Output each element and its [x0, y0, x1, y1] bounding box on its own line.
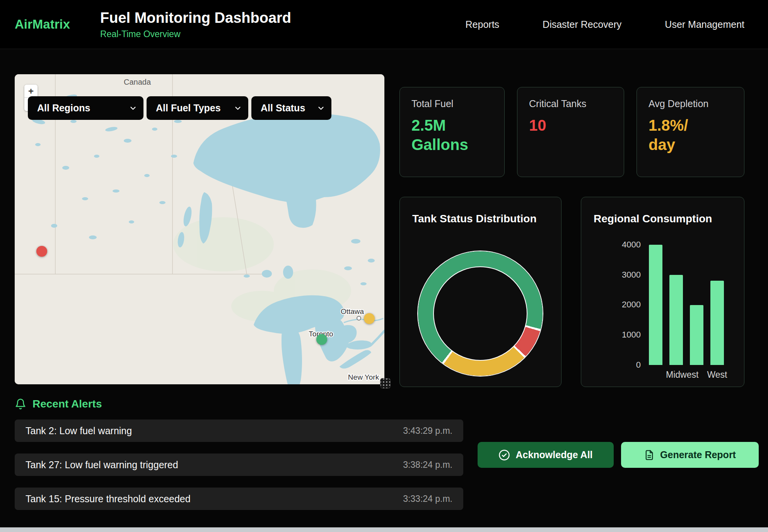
stat-label: Avg Depletion	[649, 98, 732, 109]
donut-chart[interactable]	[418, 251, 543, 376]
y-axis-tick: 2000	[591, 300, 641, 310]
alert-timestamp: 3:38:24 p.m.	[403, 460, 452, 470]
stat-label: Total Fuel	[411, 98, 493, 109]
acknowledge-all-label: Acknowledge All	[515, 449, 592, 460]
alert-timestamp: 3:33:24 p.m.	[403, 494, 452, 504]
bar[interactable]	[690, 305, 703, 365]
bar[interactable]	[669, 275, 683, 365]
map-marker-normal[interactable]	[316, 334, 327, 345]
main-nav: Reports Disaster Recovery User Managemen…	[466, 19, 744, 30]
alert-row[interactable]: Tank 2: Low fuel warning 3:43:29 p.m.	[15, 419, 463, 442]
map-resize-handle[interactable]	[380, 378, 391, 389]
region-filter-dropdown[interactable]: All Regions	[28, 96, 143, 120]
map-marker-warning[interactable]	[364, 313, 375, 324]
map-marker-critical[interactable]	[36, 246, 47, 257]
alert-timestamp: 3:43:29 p.m.	[403, 426, 452, 436]
bar[interactable]	[710, 281, 724, 365]
x-axis: Midwest West	[645, 370, 727, 380]
alert-message: Tank 27: Low fuel warning triggered	[26, 459, 178, 471]
x-axis-label: Midwest	[666, 370, 686, 380]
status-filter-dropdown[interactable]: All Status	[251, 96, 331, 120]
y-axis-tick: 3000	[591, 270, 641, 280]
region-filter-value: All Regions	[37, 102, 90, 114]
bar-plot	[645, 245, 727, 365]
donut-hole	[433, 266, 528, 361]
recent-alerts-header: Recent Alerts	[15, 398, 102, 410]
critical-tanks-card: Critical Tanks 10	[517, 87, 624, 177]
chevron-down-icon	[317, 104, 325, 113]
page-title: Fuel Monitoring Dashboard	[100, 10, 291, 26]
fuel-type-filter-dropdown[interactable]: All Fuel Types	[147, 96, 248, 120]
alert-row[interactable]: Tank 15: Pressure threshold exceeded 3:3…	[15, 488, 463, 510]
alert-message: Tank 2: Low fuel warning	[26, 425, 132, 437]
chart-title: Tank Status Distribution	[412, 213, 537, 225]
y-axis-tick: 4000	[591, 240, 641, 250]
nav-reports[interactable]: Reports	[466, 19, 500, 30]
nav-user-management[interactable]: User Management	[665, 19, 744, 30]
generate-report-label: Generate Report	[660, 449, 736, 460]
town-symbol	[357, 316, 361, 320]
total-fuel-card: Total Fuel 2.5M Gallons	[399, 87, 505, 177]
title-block: Fuel Monitoring Dashboard Real-Time Over…	[100, 10, 291, 39]
stat-label: Critical Tanks	[529, 98, 612, 109]
map-canvas: Canada Ottawa Toronto New York	[15, 74, 384, 384]
document-icon	[644, 450, 655, 460]
map-label-ottawa: Ottawa	[341, 307, 364, 315]
app-header: AirMatrix Fuel Monitoring Dashboard Real…	[0, 0, 768, 49]
map-label-canada: Canada	[124, 78, 151, 86]
recent-alerts-title: Recent Alerts	[32, 398, 102, 410]
bell-icon	[15, 398, 26, 410]
map-filter-bar: All Regions All Fuel Types All Status	[28, 96, 331, 120]
x-axis-label: West	[707, 370, 727, 380]
stat-value: 10	[529, 116, 612, 135]
acknowledge-all-button[interactable]: Acknowledge All	[478, 442, 614, 468]
map[interactable]: Canada Ottawa Toronto New York + − All R…	[15, 74, 384, 384]
y-axis-tick: 1000	[591, 330, 641, 340]
map-label-new-york: New York	[348, 373, 379, 381]
chevron-down-icon	[234, 104, 242, 113]
avg-depletion-card: Avg Depletion 1.8%/ day	[637, 87, 744, 177]
y-axis-tick: 0	[591, 360, 641, 370]
x-axis-label	[645, 370, 666, 380]
tank-status-distribution-card: Tank Status Distribution	[399, 197, 561, 387]
regional-consumption-card: Regional Consumption 4000 3000 2000 1000…	[581, 197, 744, 387]
fuel-type-filter-value: All Fuel Types	[156, 102, 221, 114]
zoom-in-button[interactable]: +	[24, 85, 38, 98]
bar[interactable]	[649, 245, 662, 365]
generate-report-button[interactable]: Generate Report	[621, 442, 759, 468]
chart-title: Regional Consumption	[594, 213, 712, 225]
alert-message: Tank 15: Pressure threshold exceeded	[26, 493, 191, 505]
horizontal-scrollbar[interactable]	[0, 527, 768, 532]
chevron-down-icon	[129, 104, 137, 113]
nav-disaster-recovery[interactable]: Disaster Recovery	[543, 19, 621, 30]
check-circle-icon	[498, 449, 510, 461]
x-axis-label	[686, 370, 707, 380]
stat-value: 2.5M Gallons	[411, 116, 493, 154]
brand-logo[interactable]: AirMatrix	[15, 17, 70, 32]
alert-row[interactable]: Tank 27: Low fuel warning triggered 3:38…	[15, 454, 463, 476]
page-subtitle: Real-Time Overview	[100, 29, 291, 39]
status-filter-value: All Status	[261, 102, 305, 114]
stat-value: 1.8%/ day	[649, 116, 732, 154]
